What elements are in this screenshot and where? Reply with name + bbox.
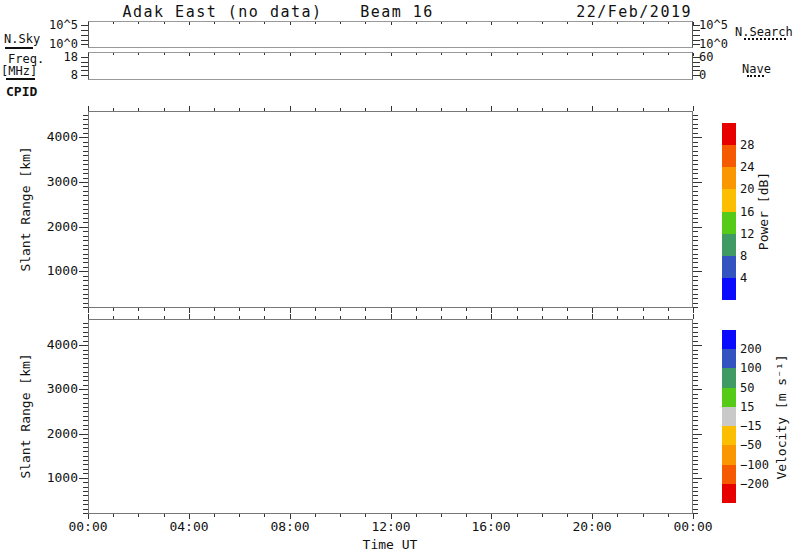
x-tick <box>239 308 240 311</box>
x-tick <box>290 22 291 25</box>
x-tick <box>264 316 265 319</box>
x-tick <box>567 514 568 517</box>
y-tick <box>83 231 88 232</box>
x-tick <box>239 316 240 319</box>
y-tick <box>83 358 88 359</box>
y-tick <box>83 204 88 205</box>
y-tick <box>83 115 88 116</box>
y-tick <box>83 469 88 470</box>
x-tick <box>491 308 492 313</box>
x-tick <box>592 308 593 313</box>
y-tick <box>79 227 88 228</box>
x-tick <box>88 22 89 25</box>
x-tick <box>264 53 265 55</box>
y-tick <box>83 178 88 179</box>
strip-y-tick-label: 0 <box>699 68 706 82</box>
y-tick <box>693 442 698 443</box>
x-tick <box>542 514 543 517</box>
y-tick <box>693 249 698 250</box>
x-tick <box>138 316 139 319</box>
y-tick <box>693 495 698 496</box>
y-tick <box>693 429 698 430</box>
y-tick <box>83 164 88 165</box>
y-tick <box>693 350 698 351</box>
x-tick <box>391 308 392 313</box>
x-tick <box>466 514 467 517</box>
colorbar-segment <box>722 278 736 300</box>
y-tick <box>83 222 88 223</box>
colorbar-segment <box>722 407 736 426</box>
y-tick <box>83 509 88 510</box>
x-tick <box>164 316 165 319</box>
y-tick <box>693 245 698 246</box>
y-tick <box>693 119 698 120</box>
colorbar-segment <box>722 484 736 503</box>
y-tick <box>83 160 88 161</box>
x-tick-label: 00:00 <box>663 519 723 535</box>
strip-y-tick <box>81 75 88 76</box>
y-tick <box>693 137 702 138</box>
x-tick <box>113 108 114 111</box>
y-tick <box>83 200 88 201</box>
y-tick <box>83 128 88 129</box>
y-tick <box>83 236 88 237</box>
y-tick <box>693 451 698 452</box>
nsky-legend-label: N.Sky <box>4 32 40 46</box>
y-tick <box>693 487 698 488</box>
x-tick <box>340 108 341 111</box>
x-tick <box>567 22 568 24</box>
y-tick <box>83 249 88 250</box>
x-tick <box>517 22 518 24</box>
y-tick <box>83 438 88 439</box>
x-tick <box>542 53 543 55</box>
y-tick <box>83 350 88 351</box>
y-tick <box>83 133 88 134</box>
y-tick <box>693 367 698 368</box>
y-tick-label: 2000 <box>36 426 78 442</box>
x-tick <box>466 53 467 55</box>
y-tick <box>83 341 88 342</box>
x-tick <box>214 22 215 24</box>
y-tick-label: 4000 <box>36 129 78 145</box>
y-tick <box>693 133 698 134</box>
y-tick <box>693 271 702 272</box>
x-tick <box>189 53 190 56</box>
y-tick <box>693 178 698 179</box>
x-tick <box>290 308 291 313</box>
y-tick <box>693 204 698 205</box>
y-tick <box>83 209 88 210</box>
y-tick <box>693 218 698 219</box>
time-ut-axis-label: Time UT <box>350 537 430 553</box>
x-tick <box>365 514 366 517</box>
colorbar-segment <box>722 189 736 212</box>
x-tick <box>668 22 669 24</box>
colorbar-tick-label: 100 <box>740 361 762 375</box>
x-tick <box>517 53 518 55</box>
x-tick <box>466 316 467 319</box>
y-tick <box>693 236 698 237</box>
y-tick <box>83 398 88 399</box>
x-tick <box>617 53 618 55</box>
freq-solid-line-sample <box>6 78 35 80</box>
y-tick <box>693 227 702 228</box>
y-tick <box>693 482 698 483</box>
x-tick <box>315 108 316 111</box>
colorbar-tick-label: 16 <box>740 205 754 219</box>
y-tick <box>83 151 88 152</box>
y-tick <box>693 500 698 501</box>
nave-dotted-line-sample <box>747 75 764 77</box>
y-tick <box>693 389 702 390</box>
y-tick <box>83 285 88 286</box>
y-tick <box>83 451 88 452</box>
y-tick <box>693 358 698 359</box>
x-tick <box>239 53 240 55</box>
strip-y-tick <box>81 44 88 45</box>
strip-y-tick-label: 10^5 <box>699 18 728 32</box>
x-tick <box>264 22 265 24</box>
x-tick <box>441 22 442 24</box>
y-tick <box>83 411 88 412</box>
y-tick <box>693 345 702 346</box>
colorbar-segment <box>722 167 736 189</box>
colorbar-tick-label: 15 <box>740 400 754 414</box>
y-tick <box>79 478 88 479</box>
